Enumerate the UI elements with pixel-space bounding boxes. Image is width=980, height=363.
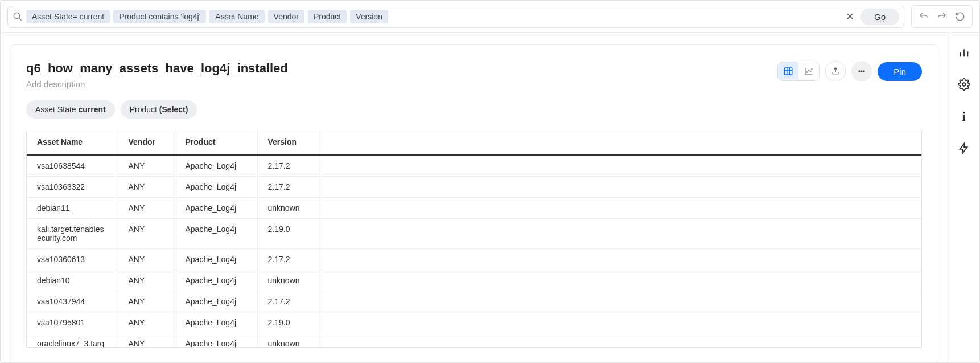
cell-asset: vsa10795801: [27, 312, 118, 333]
chart-view-icon[interactable]: [798, 62, 819, 80]
cell-asset: vsa10638544: [27, 155, 118, 177]
cell-version: unknown: [257, 198, 320, 219]
lightning-icon[interactable]: [954, 138, 974, 158]
table-row[interactable]: vsa10437944ANYApache_Log4j2.17.2: [27, 291, 921, 312]
top-bar: Asset State= current Product contains 'l…: [1, 1, 979, 33]
cell-version: 2.17.2: [257, 249, 320, 270]
col-header-empty: [320, 129, 921, 155]
cell-vendor: ANY: [118, 155, 175, 177]
svg-point-14: [863, 71, 864, 72]
right-rail: i: [948, 33, 979, 363]
cell-asset: oraclelinux7_3.target.tenablesecurity.co…: [27, 333, 118, 348]
table-row[interactable]: kali.target.tenablesecurity.comANYApache…: [27, 219, 921, 249]
history-controls: [911, 5, 973, 28]
pin-button[interactable]: Pin: [878, 62, 922, 81]
svg-line-1: [19, 18, 22, 21]
search-tag[interactable]: Product: [308, 10, 347, 23]
cell-product: Apache_Log4j: [175, 291, 257, 312]
search-tag[interactable]: Vendor: [268, 10, 304, 23]
redo-icon[interactable]: [933, 8, 950, 25]
table-header-row: Asset Name Vendor Product Version: [27, 129, 921, 155]
cell-vendor: ANY: [118, 291, 175, 312]
cell-version: 2.17.2: [257, 155, 320, 177]
cell-vendor: ANY: [118, 312, 175, 333]
cell-vendor: ANY: [118, 177, 175, 198]
main-area: q6_how_many_assets_have_log4j_installed …: [1, 33, 979, 363]
table-row[interactable]: vsa10795801ANYApache_Log4j2.19.0: [27, 312, 921, 333]
svg-rect-2: [785, 68, 793, 75]
table-row[interactable]: vsa10360613ANYApache_Log4j2.17.2: [27, 249, 921, 270]
cell-asset: kali.target.tenablesecurity.com: [27, 219, 118, 249]
table-view-icon[interactable]: [778, 62, 798, 80]
svg-point-0: [14, 13, 20, 19]
cell-version: 2.19.0: [257, 219, 320, 249]
cell-asset: vsa10363322: [27, 177, 118, 198]
svg-point-18: [962, 83, 966, 86]
filter-pill-product[interactable]: Product (Select): [121, 100, 197, 119]
cell-product: Apache_Log4j: [175, 312, 257, 333]
search-tag[interactable]: Asset Name: [209, 10, 264, 23]
svg-point-11: [812, 69, 813, 70]
cell-empty: [320, 177, 921, 198]
card-header: q6_how_many_assets_have_log4j_installed …: [26, 61, 922, 89]
cell-product: Apache_Log4j: [175, 155, 257, 177]
cell-product: Apache_Log4j: [175, 333, 257, 348]
table-row[interactable]: debian10ANYApache_Log4junknown: [27, 270, 921, 291]
cell-asset: debian10: [27, 270, 118, 291]
cell-vendor: ANY: [118, 249, 175, 270]
cell-vendor: ANY: [118, 270, 175, 291]
col-header-vendor[interactable]: Vendor: [118, 129, 175, 155]
results-table-wrap[interactable]: Asset Name Vendor Product Version vsa106…: [26, 129, 922, 348]
results-table: Asset Name Vendor Product Version vsa106…: [27, 129, 921, 348]
reset-icon[interactable]: [952, 8, 969, 25]
cell-version: 2.17.2: [257, 177, 320, 198]
pill-label: Product: [130, 105, 159, 114]
description-placeholder[interactable]: Add description: [26, 79, 288, 89]
search-icon: [13, 11, 23, 22]
pill-label: Asset State: [35, 105, 78, 114]
cell-version: unknown: [257, 270, 320, 291]
search-tag[interactable]: Version: [350, 10, 388, 23]
cell-empty: [320, 291, 921, 312]
svg-point-13: [861, 71, 862, 72]
cell-empty: [320, 198, 921, 219]
cell-vendor: ANY: [118, 219, 175, 249]
cell-product: Apache_Log4j: [175, 249, 257, 270]
view-toggle: [777, 62, 820, 81]
cell-empty: [320, 219, 921, 249]
table-row[interactable]: vsa10638544ANYApache_Log4j2.17.2: [27, 155, 921, 177]
go-button[interactable]: Go: [860, 9, 899, 25]
cell-product: Apache_Log4j: [175, 198, 257, 219]
info-icon[interactable]: i: [954, 106, 974, 127]
cell-version: 2.19.0: [257, 312, 320, 333]
settings-icon[interactable]: [954, 74, 974, 95]
search-tag[interactable]: Asset State= current: [26, 10, 110, 23]
search-tag[interactable]: Product contains 'log4j': [113, 10, 206, 23]
svg-point-9: [809, 70, 810, 71]
header-actions: Pin: [777, 61, 922, 81]
undo-icon[interactable]: [915, 8, 932, 25]
more-options-icon[interactable]: [851, 61, 872, 81]
col-header-version[interactable]: Version: [257, 129, 320, 155]
svg-point-12: [859, 71, 860, 72]
table-row[interactable]: debian11ANYApache_Log4junknown: [27, 198, 921, 219]
cell-asset: debian11: [27, 198, 118, 219]
table-row[interactable]: oraclelinux7_3.target.tenablesecurity.co…: [27, 333, 921, 348]
filter-pill-asset-state[interactable]: Asset State current: [26, 100, 115, 119]
pill-value: current: [78, 105, 105, 114]
export-icon[interactable]: [825, 61, 846, 81]
search-bar[interactable]: Asset State= current Product contains 'l…: [7, 6, 904, 28]
cell-empty: [320, 249, 921, 270]
pill-value: (Select): [159, 105, 188, 114]
cell-asset: vsa10360613: [27, 249, 118, 270]
cell-asset: vsa10437944: [27, 291, 118, 312]
col-header-asset-name[interactable]: Asset Name: [27, 129, 118, 155]
clear-search-icon[interactable]: ✕: [843, 10, 857, 23]
col-header-product[interactable]: Product: [175, 129, 257, 155]
cell-product: Apache_Log4j: [175, 177, 257, 198]
page-title: q6_how_many_assets_have_log4j_installed: [26, 61, 288, 76]
analytics-icon[interactable]: [954, 42, 974, 63]
cell-product: Apache_Log4j: [175, 270, 257, 291]
cell-vendor: ANY: [118, 198, 175, 219]
table-row[interactable]: vsa10363322ANYApache_Log4j2.17.2: [27, 177, 921, 198]
